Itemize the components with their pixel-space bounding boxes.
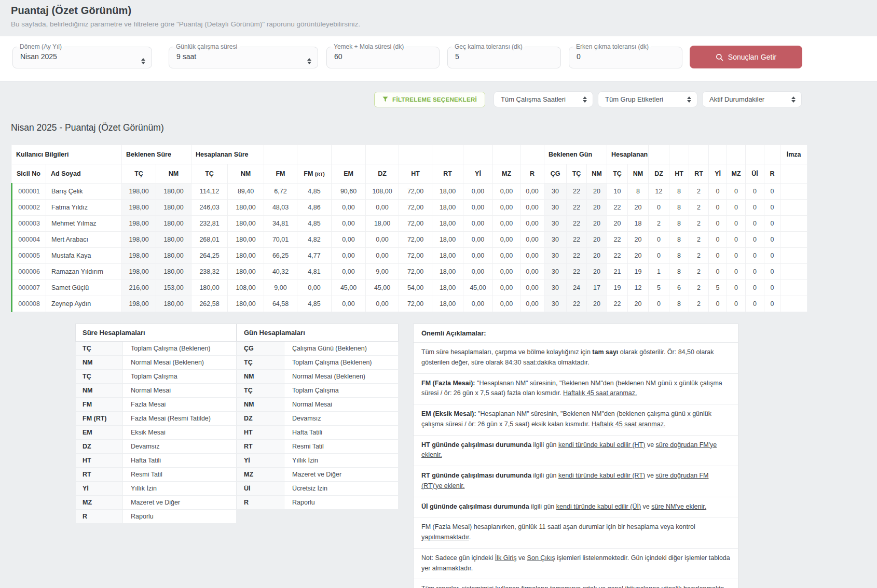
cell-value: 10 [607,184,628,200]
cell-value: 18,00 [432,248,463,264]
fetch-results-label: Sonuçları Getir [728,53,776,61]
cell-value: 30 [544,216,567,232]
legend-abbr: TÇ [237,356,284,370]
cell-value: 180,00 [191,280,228,296]
cell-ad-soyad: Mert Arabacı [46,232,122,248]
cell-value: 0,00 [520,280,544,296]
column-header-row: Sicil NoAd SoyadTÇNMTÇNMFMFM (RT)EMDZHTR… [12,164,807,184]
legend-desc: Normal Mesai [284,398,399,412]
param-field-d-nem-ay-y-l[interactable]: Dönem (Ay Yıl)Nisan 2025 [12,44,152,68]
cell-value: 64,58 [264,296,297,312]
cell-imza [780,248,807,264]
param-field-erken-kma-tolerans-dk[interactable]: Erken çıkma toleransı (dk)0 [569,44,682,68]
cell-value: 0,00 [463,200,493,216]
legend-row: TÇToplam Çalışma (Beklenen) [237,356,399,370]
cell-value: 0 [764,232,780,248]
filter-options-button[interactable]: FİLTRELEME SEÇENEKLERİ [374,92,485,107]
chevron-updown-icon [307,58,311,64]
legend-desc: Devamsız [123,440,237,454]
table-row: 000007Samet Güçlü216,00153,00180,00108,0… [12,280,807,296]
cell-value: 8 [669,216,689,232]
param-field-label: Geç kalma toleransı (dk) [452,44,525,50]
cell-ad-soyad: Zeynep Aydın [46,296,122,312]
cell-value: 0 [709,232,727,248]
legend-desc: Ücretsiz İzin [284,482,399,496]
cell-value: 0,00 [463,216,493,232]
cell-value: 20 [587,200,607,216]
cell-imza [780,216,807,232]
cell-value: 22 [567,248,587,264]
cell-value: 30 [544,264,567,280]
cell-value: 198,00 [122,296,156,312]
filter-select-0[interactable]: Tüm Çalışma Saatleri [494,91,593,107]
cell-value: 180,00 [156,248,191,264]
cell-value: 30 [544,280,567,296]
cell-value: 66,25 [264,248,297,264]
cell-value: 0,00 [463,296,493,312]
param-field-g-nl-k-al-ma-s-resi[interactable]: Günlük çalışma süresi9 saat [169,44,318,68]
cell-ad-soyad: Mustafa Kaya [46,248,122,264]
legend-row: MZMazeret ve Diğer [76,496,237,510]
cell-value: 4,85 [297,216,332,232]
cell-value: 19 [628,264,649,280]
cell-value: 180,00 [228,248,264,264]
important-notes-body: Tüm süre hesaplamaları, çarpma ve bölme … [414,343,738,588]
cell-value: 0,00 [520,296,544,312]
page-header: Puantaj (Özet Görünüm) Bu sayfada, belir… [0,0,877,28]
legend-abbr: R [237,496,284,510]
param-field-label: Yemek + Mola süresi (dk) [331,44,406,50]
param-field-yemek-mola-s-resi-dk[interactable]: Yemek + Mola süresi (dk)60 [326,44,440,68]
cell-value: 0 [727,184,746,200]
cell-value: 8 [669,184,689,200]
filter-funnel-icon [382,96,388,102]
cell-value: 0 [764,184,780,200]
cell-value: 180,00 [156,232,191,248]
cell-imza [780,232,807,248]
cell-value: 2 [689,280,709,296]
cell-value: 4,82 [297,232,332,248]
legend-row: RRaporlu [76,510,237,524]
cell-value: 0,00 [520,248,544,264]
cell-value: 18,00 [432,232,463,248]
legend-row: HTHafta Tatili [237,426,399,440]
param-field-ge-kalma-tolerans-dk[interactable]: Geç kalma toleransı (dk)5 [447,44,561,68]
legend-desc: Fazla Mesai (Resmi Tatilde) [123,412,237,426]
cell-value: 8 [669,296,689,312]
cell-value: 198,00 [122,248,156,264]
filter-select-1[interactable]: Tüm Grup Etiketleri [598,91,697,107]
cell-value: 30 [544,200,567,216]
cell-value: 45,00 [332,280,366,296]
legend-row: NMNormal Mesai [76,384,237,398]
cell-value: 0 [764,280,780,296]
cell-value: 268,01 [191,232,228,248]
legend-desc: Normal Mesai (Beklenen) [123,356,237,370]
group-header-empty [493,145,520,164]
filter-select-2[interactable]: Aktif Durumdakiler [702,91,802,107]
cell-imza [780,264,807,280]
note-paragraph-7: Not: Sadece gün içindeki İlk Giriş ve So… [414,548,738,579]
legend-desc: Mazeret ve Diğer [284,468,399,482]
param-field-value: 60 [327,50,439,61]
cell-value: 0 [709,296,727,312]
cell-value: 180,00 [156,184,191,200]
cell-value: 22 [567,216,587,232]
cell-value: 0,00 [463,248,493,264]
col-header-5: NM [228,164,264,184]
cell-value: 0 [764,296,780,312]
group-header-empty [764,145,780,164]
cell-value: 22 [567,296,587,312]
cell-value: 6 [669,280,689,296]
cell-value: 4,77 [297,248,332,264]
cell-sicil-no: 000004 [12,232,46,248]
cell-value: 22 [607,296,628,312]
cell-value: 180,00 [228,200,264,216]
table-row: 000006Ramazan Yıldırım198,00180,00238,32… [12,264,807,280]
legend-desc: Eksik Mesai [123,426,237,440]
note-paragraph-6: FM (Fazla Mesai) hesaplanırken, günlük 1… [414,517,738,548]
col-header-25: Üİ [746,164,764,184]
col-header-0: Sicil No [12,164,46,184]
cell-value: 72,00 [399,232,432,248]
cell-value: 262,58 [191,296,228,312]
fetch-results-button[interactable]: Sonuçları Getir [690,46,802,68]
group-header-empty [399,145,432,164]
